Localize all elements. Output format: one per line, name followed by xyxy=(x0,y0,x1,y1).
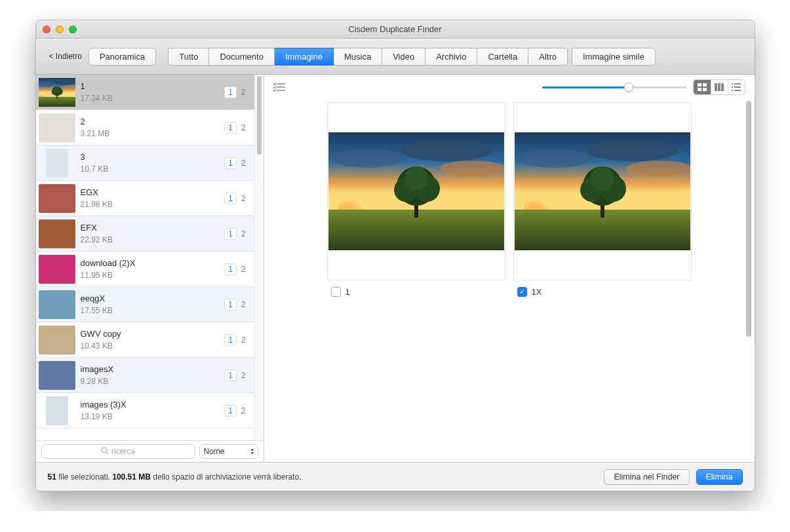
item-name: EFX xyxy=(81,223,220,233)
thumbnail xyxy=(46,149,68,178)
svg-rect-20 xyxy=(715,83,717,91)
thumbnail xyxy=(46,396,68,425)
similar-image-button[interactable]: Immagine simile xyxy=(572,48,656,66)
svg-point-32 xyxy=(440,161,504,176)
close-window-button[interactable] xyxy=(43,26,50,33)
sidebar-footer: ricerca Nome ▲▼ xyxy=(36,440,264,462)
footer: 51 file selezionati. 100.51 MB dello spa… xyxy=(36,462,755,491)
item-selected-count: 1 xyxy=(224,86,237,98)
svg-rect-24 xyxy=(734,83,741,85)
thumbnail xyxy=(39,255,75,284)
select-all-icon[interactable] xyxy=(273,83,285,92)
sidebar-scrollbar-thumb[interactable] xyxy=(257,76,262,155)
preview-filename: 1X xyxy=(532,287,542,297)
window-title: Cisdem Duplicate Finder xyxy=(36,24,755,34)
svg-rect-16 xyxy=(698,83,701,86)
titlebar: Cisdem Duplicate Finder xyxy=(36,20,755,39)
item-counts: 1 2 xyxy=(224,228,247,240)
item-total-count: 2 xyxy=(239,335,248,345)
tab-documento[interactable]: Documento xyxy=(209,48,274,66)
item-total-count: 2 xyxy=(239,88,248,97)
search-input[interactable]: ricerca xyxy=(41,444,195,459)
svg-rect-17 xyxy=(703,83,707,86)
item-size: 10.43 KB xyxy=(81,341,220,351)
delete-button[interactable]: Elimina xyxy=(696,469,743,485)
item-text: EGX 21.98 KB xyxy=(81,187,220,209)
list-item[interactable]: imagesX 9.28 KB 1 2 xyxy=(36,358,254,393)
tab-cartella[interactable]: Cartella xyxy=(477,48,528,66)
svg-point-50 xyxy=(591,166,614,190)
tab-altro[interactable]: Altro xyxy=(528,48,568,66)
svg-point-39 xyxy=(405,166,428,190)
list-item[interactable]: 1 17.34 KB 1 2 xyxy=(36,75,254,110)
list-item[interactable]: EGX 21.98 KB 1 2 xyxy=(36,181,254,216)
sidebar-scrollbar[interactable] xyxy=(254,75,264,440)
item-counts: 1 2 xyxy=(224,122,247,134)
item-counts: 1 2 xyxy=(224,334,247,346)
list-item[interactable]: eeqgX 17.55 KB 1 2 xyxy=(36,287,254,322)
item-total-count: 2 xyxy=(239,159,248,168)
sort-select[interactable]: Nome ▲▼ xyxy=(199,444,258,459)
thumbnail xyxy=(39,326,75,354)
list-item[interactable]: GWV copy 10.43 KB 1 2 xyxy=(36,322,254,358)
thumbnail xyxy=(39,219,75,248)
thumbnail-size-slider[interactable] xyxy=(542,86,686,88)
svg-rect-22 xyxy=(721,83,724,91)
footer-count: 51 xyxy=(48,472,56,482)
item-size: 22.92 KB xyxy=(81,235,220,244)
item-name: eeqgX xyxy=(81,294,220,303)
item-size: 17.34 KB xyxy=(81,94,220,103)
preview-card: 1 xyxy=(327,102,505,297)
list-item[interactable]: 3 10.7 KB 1 2 xyxy=(36,145,254,181)
minimize-window-button[interactable] xyxy=(56,26,64,33)
list-item[interactable]: images (3)X 13.19 KB 1 2 xyxy=(36,393,254,428)
slider-knob[interactable] xyxy=(624,83,633,92)
back-button[interactable]: < Indietro xyxy=(43,52,89,61)
tab-video[interactable]: Video xyxy=(382,48,425,66)
svg-rect-23 xyxy=(732,83,733,85)
item-text: images (3)X 13.19 KB xyxy=(81,400,220,421)
footer-size: 100.51 MB xyxy=(112,472,151,482)
preview-frame[interactable] xyxy=(513,102,692,280)
item-selected-count: 1 xyxy=(224,370,237,381)
item-size: 11.95 KB xyxy=(81,271,220,280)
item-name: download (2)X xyxy=(81,258,220,268)
category-tabs: TuttoDocumentoImmagineMusicaVideoArchivi… xyxy=(168,48,568,66)
main-body: 1 17.34 KB 1 2 2 3.21 MB 1 2 3 10.7 KB 1… xyxy=(36,75,755,462)
item-counts: 1 2 xyxy=(224,86,247,98)
delete-in-finder-button[interactable]: Elimina nel Finder xyxy=(604,469,689,485)
preview-frame[interactable] xyxy=(327,102,505,280)
item-size: 3.21 MB xyxy=(81,129,220,138)
zoom-window-button[interactable] xyxy=(69,26,77,33)
item-selected-count: 1 xyxy=(224,157,237,169)
panoramica-button[interactable]: Panoramica xyxy=(89,48,156,66)
item-name: GWV copy xyxy=(81,329,220,339)
list-item[interactable]: 2 3.21 MB 1 2 xyxy=(36,110,254,145)
item-text: 2 3.21 MB xyxy=(81,117,220,138)
preview-checkbox[interactable]: ✓ xyxy=(517,287,527,297)
tab-tutto[interactable]: Tutto xyxy=(168,48,209,66)
tab-archivio[interactable]: Archivio xyxy=(425,48,477,66)
preview-scrollbar-thumb[interactable] xyxy=(746,101,751,337)
list-item[interactable]: download (2)X 11.95 KB 1 2 xyxy=(36,252,254,287)
app-window: Cisdem Duplicate Finder < Indietro Panor… xyxy=(35,20,755,491)
preview-checkbox[interactable] xyxy=(331,287,341,297)
item-selected-count: 1 xyxy=(224,263,237,275)
item-size: 9.28 KB xyxy=(81,377,220,386)
list-view-button[interactable] xyxy=(728,80,745,94)
footer-status: 51 file selezionati. 100.51 MB dello spa… xyxy=(48,472,302,482)
preview-pane: 1 ✓ 1X xyxy=(264,75,755,462)
columns-view-button[interactable] xyxy=(711,80,728,94)
sidebar: 1 17.34 KB 1 2 2 3.21 MB 1 2 3 10.7 KB 1… xyxy=(36,75,264,462)
thumbnail xyxy=(39,361,75,390)
preview-scrollbar[interactable] xyxy=(744,100,753,462)
tab-immagine[interactable]: Immagine xyxy=(275,48,334,66)
item-text: eeqgX 17.55 KB xyxy=(81,294,220,315)
svg-rect-25 xyxy=(732,86,733,88)
duplicate-groups-list[interactable]: 1 17.34 KB 1 2 2 3.21 MB 1 2 3 10.7 KB 1… xyxy=(36,75,254,440)
item-text: imagesX 9.28 KB xyxy=(81,364,220,386)
grid-view-button[interactable] xyxy=(694,80,711,94)
search-icon xyxy=(101,447,109,457)
list-item[interactable]: EFX 22.92 KB 1 2 xyxy=(36,216,254,252)
tab-musica[interactable]: Musica xyxy=(334,48,382,66)
